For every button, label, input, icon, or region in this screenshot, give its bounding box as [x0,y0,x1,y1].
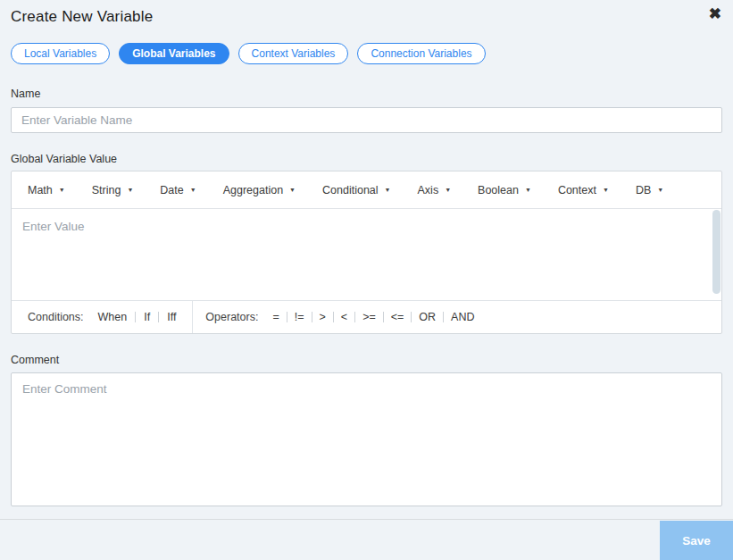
divider [135,312,136,322]
page-title: Create New Variable [11,8,722,26]
divider [443,312,444,322]
operator-and[interactable]: AND [451,311,474,323]
divider [287,312,287,322]
chevron-down-icon: ▼ [127,187,133,193]
operators-group: Operators: = != > < >= <= OR AND [192,301,490,333]
divider [411,312,412,322]
chevron-down-icon: ▼ [289,187,296,193]
chevron-down-icon: ▼ [190,187,196,193]
toolbar-dropdown-boolean[interactable]: Boolean ▼ [478,184,531,196]
close-icon[interactable]: ✖ [709,6,721,21]
variable-value-input[interactable]: Enter Value [12,209,721,300]
condition-if[interactable]: If [144,311,150,323]
toolbar-dropdown-string[interactable]: String ▼ [92,184,134,196]
conditions-operators-bar: Conditions: When If Iff Operators: = != … [12,300,721,333]
operator-greater-than[interactable]: > [320,311,326,323]
conditions-label: Conditions: [28,311,84,323]
divider [312,312,312,322]
conditions-group: Conditions: When If Iff [12,301,192,333]
toolbar-dropdown-axis[interactable]: Axis ▼ [418,184,452,196]
comment-input[interactable] [11,372,722,506]
tab-local-variables[interactable]: Local Variables [11,43,110,64]
chevron-down-icon: ▼ [385,187,391,193]
tab-context-variables[interactable]: Context Variables [238,43,349,64]
toolbar-dropdown-date[interactable]: Date ▼ [160,184,196,196]
divider [333,312,334,322]
comment-label: Comment [11,354,722,366]
chevron-down-icon: ▼ [59,187,65,193]
toolbar-dropdown-aggregation[interactable]: Aggregation ▼ [223,184,296,196]
divider [158,312,159,322]
chevron-down-icon: ▼ [445,187,451,193]
variable-type-tabs: Local Variables Global Variables Context… [0,43,733,64]
toolbar-dropdown-db[interactable]: DB ▼ [636,184,663,196]
toolbar-dropdown-math[interactable]: Math ▼ [28,184,65,196]
chevron-down-icon: ▼ [657,187,663,193]
tab-connection-variables[interactable]: Connection Variables [357,43,485,64]
operator-less-equal[interactable]: <= [391,311,404,323]
operator-greater-equal[interactable]: >= [362,311,376,323]
chevron-down-icon: ▼ [603,187,609,193]
value-placeholder: Enter Value [22,220,85,233]
condition-when[interactable]: When [98,311,128,323]
formula-toolbar: Math ▼ String ▼ Date ▼ Aggregation ▼ Con… [12,171,721,209]
editor-scrollbar[interactable] [712,210,721,294]
variable-name-input[interactable] [11,107,722,133]
save-button[interactable]: Save [660,521,733,560]
divider [383,312,384,322]
operator-less-than[interactable]: < [341,311,347,323]
name-label: Name [11,88,722,100]
tab-global-variables[interactable]: Global Variables [119,43,229,64]
variable-value-editor: Math ▼ String ▼ Date ▼ Aggregation ▼ Con… [11,171,722,334]
dialog-footer: Save [0,519,733,560]
operator-not-equals[interactable]: != [295,311,304,323]
operators-label: Operators: [205,311,258,323]
condition-iff[interactable]: Iff [167,311,176,323]
operator-equals[interactable]: = [272,311,279,323]
toolbar-dropdown-conditional[interactable]: Conditional ▼ [322,184,390,196]
global-variable-value-label: Global Variable Value [11,153,722,165]
toolbar-dropdown-context[interactable]: Context ▼ [558,184,609,196]
chevron-down-icon: ▼ [525,187,531,193]
operator-or[interactable]: OR [419,311,436,323]
divider [354,312,355,322]
dialog-header: Create New Variable ✖ [0,0,733,26]
